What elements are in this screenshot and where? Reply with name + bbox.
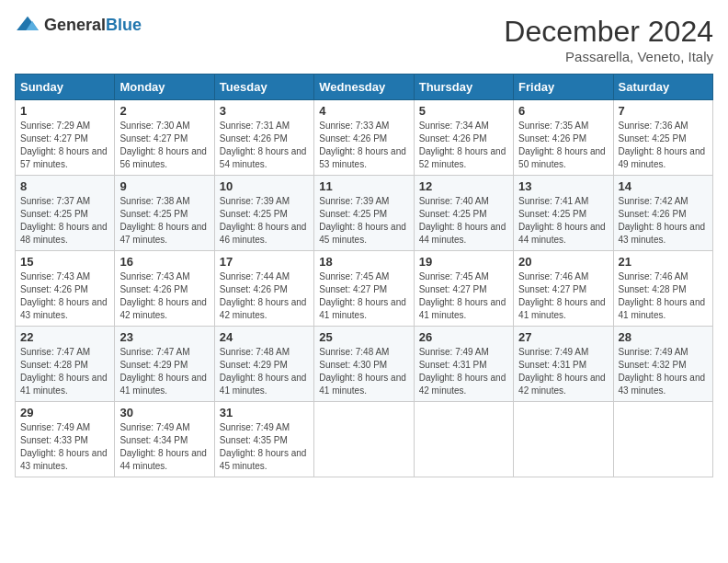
calendar-cell: 4 Sunrise: 7:33 AM Sunset: 4:26 PM Dayli… (314, 100, 414, 176)
location-title: Passarella, Veneto, Italy (504, 49, 713, 64)
day-detail: Sunrise: 7:43 AM Sunset: 4:26 PM Dayligh… (119, 270, 209, 322)
calendar-cell: 27 Sunrise: 7:49 AM Sunset: 4:31 PM Dayl… (514, 327, 613, 402)
day-number: 24 (220, 330, 309, 344)
weekday-header-row: SundayMondayTuesdayWednesdayThursdayFrid… (16, 75, 713, 100)
calendar-cell: 19 Sunrise: 7:45 AM Sunset: 4:27 PM Dayl… (414, 251, 513, 327)
day-number: 21 (619, 255, 708, 269)
day-detail: Sunrise: 7:46 AM Sunset: 4:28 PM Dayligh… (619, 270, 708, 322)
weekday-header: Friday (514, 75, 613, 100)
day-detail: Sunrise: 7:46 AM Sunset: 4:27 PM Dayligh… (518, 270, 608, 322)
calendar-cell: 8 Sunrise: 7:37 AM Sunset: 4:25 PM Dayli… (16, 176, 115, 251)
day-detail: Sunrise: 7:36 AM Sunset: 4:25 PM Dayligh… (619, 120, 708, 171)
day-detail: Sunrise: 7:45 AM Sunset: 4:27 PM Dayligh… (419, 270, 508, 322)
day-detail: Sunrise: 7:49 AM Sunset: 4:31 PM Dayligh… (419, 346, 508, 397)
calendar-cell: 6 Sunrise: 7:35 AM Sunset: 4:26 PM Dayli… (514, 100, 613, 176)
day-number: 17 (220, 255, 309, 269)
header: GeneralBlue December 2024 Passarella, Ve… (15, 15, 713, 64)
day-number: 26 (419, 330, 508, 344)
calendar-cell: 20 Sunrise: 7:46 AM Sunset: 4:27 PM Dayl… (514, 251, 613, 327)
day-detail: Sunrise: 7:45 AM Sunset: 4:27 PM Dayligh… (319, 270, 408, 322)
calendar-cell: 24 Sunrise: 7:48 AM Sunset: 4:29 PM Dayl… (214, 327, 313, 402)
day-number: 18 (319, 255, 408, 269)
calendar-cell: 18 Sunrise: 7:45 AM Sunset: 4:27 PM Dayl… (314, 251, 414, 327)
day-detail: Sunrise: 7:39 AM Sunset: 4:25 PM Dayligh… (220, 195, 309, 247)
day-detail: Sunrise: 7:43 AM Sunset: 4:26 PM Dayligh… (20, 270, 109, 322)
calendar-cell: 16 Sunrise: 7:43 AM Sunset: 4:26 PM Dayl… (115, 251, 214, 327)
calendar-cell: 7 Sunrise: 7:36 AM Sunset: 4:25 PM Dayli… (613, 100, 712, 176)
logo: GeneralBlue (15, 15, 142, 35)
day-detail: Sunrise: 7:49 AM Sunset: 4:31 PM Dayligh… (518, 346, 608, 397)
day-number: 11 (319, 179, 408, 193)
day-number: 20 (518, 255, 608, 269)
day-detail: Sunrise: 7:35 AM Sunset: 4:26 PM Dayligh… (518, 120, 608, 171)
day-number: 27 (518, 330, 608, 344)
calendar-cell: 5 Sunrise: 7:34 AM Sunset: 4:26 PM Dayli… (414, 100, 513, 176)
calendar-week-row: 8 Sunrise: 7:37 AM Sunset: 4:25 PM Dayli… (16, 176, 713, 251)
calendar-table: SundayMondayTuesdayWednesdayThursdayFrid… (15, 74, 713, 477)
calendar-cell: 9 Sunrise: 7:38 AM Sunset: 4:25 PM Dayli… (115, 176, 214, 251)
day-number: 16 (119, 255, 209, 269)
day-number: 3 (220, 104, 309, 118)
calendar-cell: 13 Sunrise: 7:41 AM Sunset: 4:25 PM Dayl… (514, 176, 613, 251)
calendar-cell: 15 Sunrise: 7:43 AM Sunset: 4:26 PM Dayl… (16, 251, 115, 327)
day-number: 29 (20, 406, 109, 419)
day-detail: Sunrise: 7:47 AM Sunset: 4:28 PM Dayligh… (20, 346, 109, 397)
day-detail: Sunrise: 7:39 AM Sunset: 4:25 PM Dayligh… (319, 195, 408, 247)
calendar-cell: 3 Sunrise: 7:31 AM Sunset: 4:26 PM Dayli… (214, 100, 313, 176)
day-detail: Sunrise: 7:49 AM Sunset: 4:32 PM Dayligh… (619, 346, 708, 397)
calendar-cell: 22 Sunrise: 7:47 AM Sunset: 4:28 PM Dayl… (16, 327, 115, 402)
calendar-week-row: 29 Sunrise: 7:49 AM Sunset: 4:33 PM Dayl… (16, 402, 713, 477)
calendar-cell: 2 Sunrise: 7:30 AM Sunset: 4:27 PM Dayli… (115, 100, 214, 176)
day-number: 19 (419, 255, 508, 269)
calendar-cell: 23 Sunrise: 7:47 AM Sunset: 4:29 PM Dayl… (115, 327, 214, 402)
calendar-cell: 28 Sunrise: 7:49 AM Sunset: 4:32 PM Dayl… (613, 327, 712, 402)
weekday-header: Thursday (414, 75, 513, 100)
day-detail: Sunrise: 7:34 AM Sunset: 4:26 PM Dayligh… (419, 120, 508, 171)
day-detail: Sunrise: 7:40 AM Sunset: 4:25 PM Dayligh… (419, 195, 508, 247)
day-detail: Sunrise: 7:49 AM Sunset: 4:35 PM Dayligh… (220, 421, 309, 473)
calendar-week-row: 1 Sunrise: 7:29 AM Sunset: 4:27 PM Dayli… (16, 100, 713, 176)
logo-general: GeneralBlue (44, 16, 142, 35)
weekday-header: Monday (115, 75, 214, 100)
day-number: 25 (319, 330, 408, 344)
calendar-cell (613, 402, 712, 477)
day-detail: Sunrise: 7:41 AM Sunset: 4:25 PM Dayligh… (518, 195, 608, 247)
day-detail: Sunrise: 7:49 AM Sunset: 4:34 PM Dayligh… (119, 421, 209, 473)
day-number: 7 (619, 104, 708, 118)
calendar-cell: 26 Sunrise: 7:49 AM Sunset: 4:31 PM Dayl… (414, 327, 513, 402)
day-number: 10 (220, 179, 309, 193)
weekday-header: Saturday (613, 75, 712, 100)
calendar-cell (514, 402, 613, 477)
day-number: 13 (518, 179, 608, 193)
calendar-cell: 21 Sunrise: 7:46 AM Sunset: 4:28 PM Dayl… (613, 251, 712, 327)
calendar-cell: 14 Sunrise: 7:42 AM Sunset: 4:26 PM Dayl… (613, 176, 712, 251)
day-detail: Sunrise: 7:47 AM Sunset: 4:29 PM Dayligh… (119, 346, 209, 397)
day-number: 1 (20, 104, 109, 118)
calendar-cell (414, 402, 513, 477)
day-number: 2 (119, 104, 209, 118)
day-number: 14 (619, 179, 708, 193)
calendar-cell: 29 Sunrise: 7:49 AM Sunset: 4:33 PM Dayl… (16, 402, 115, 477)
title-area: December 2024 Passarella, Veneto, Italy (504, 15, 713, 64)
day-detail: Sunrise: 7:37 AM Sunset: 4:25 PM Dayligh… (20, 195, 109, 247)
day-detail: Sunrise: 7:44 AM Sunset: 4:26 PM Dayligh… (220, 270, 309, 322)
day-number: 31 (220, 406, 309, 419)
calendar-cell: 17 Sunrise: 7:44 AM Sunset: 4:26 PM Dayl… (214, 251, 313, 327)
calendar-cell: 31 Sunrise: 7:49 AM Sunset: 4:35 PM Dayl… (214, 402, 313, 477)
calendar-cell: 25 Sunrise: 7:48 AM Sunset: 4:30 PM Dayl… (314, 327, 414, 402)
calendar-cell: 10 Sunrise: 7:39 AM Sunset: 4:25 PM Dayl… (214, 176, 313, 251)
day-number: 8 (20, 179, 109, 193)
weekday-header: Sunday (16, 75, 115, 100)
day-number: 12 (419, 179, 508, 193)
calendar-cell: 1 Sunrise: 7:29 AM Sunset: 4:27 PM Dayli… (16, 100, 115, 176)
day-detail: Sunrise: 7:30 AM Sunset: 4:27 PM Dayligh… (119, 120, 209, 171)
day-number: 23 (119, 330, 209, 344)
day-detail: Sunrise: 7:49 AM Sunset: 4:33 PM Dayligh… (20, 421, 109, 473)
calendar-cell: 30 Sunrise: 7:49 AM Sunset: 4:34 PM Dayl… (115, 402, 214, 477)
day-number: 9 (119, 179, 209, 193)
day-detail: Sunrise: 7:48 AM Sunset: 4:29 PM Dayligh… (220, 346, 309, 397)
day-detail: Sunrise: 7:38 AM Sunset: 4:25 PM Dayligh… (119, 195, 209, 247)
generalblue-logo-icon (15, 15, 40, 35)
calendar-cell (314, 402, 414, 477)
day-detail: Sunrise: 7:31 AM Sunset: 4:26 PM Dayligh… (220, 120, 309, 171)
